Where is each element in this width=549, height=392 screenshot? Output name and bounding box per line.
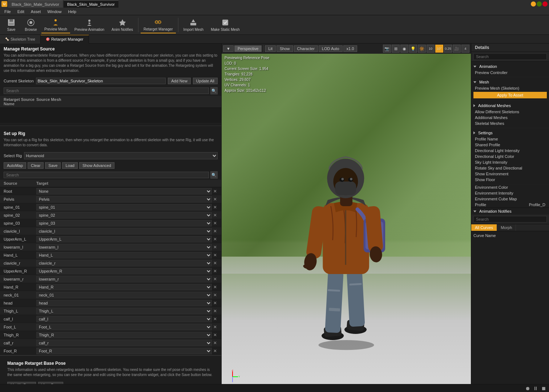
anim-notifies-header[interactable]: Animation Notifies [471, 208, 549, 215]
row-target-select-12[interactable]: Hand_R [36, 284, 212, 290]
show-advanced-btn[interactable]: Show Advanced [79, 162, 114, 169]
row-remove-btn-4[interactable]: ✕ [213, 221, 218, 225]
current-skeleton-input[interactable] [36, 78, 166, 84]
tab-skeleton-tree[interactable]: 🦴 Skeleton Tree [0, 35, 41, 44]
row-target-select-9[interactable]: clavicle_r [36, 260, 212, 266]
row-remove-btn-18[interactable]: ✕ [213, 333, 218, 337]
automap-btn[interactable]: AutoMap [4, 162, 26, 169]
row-target-select-14[interactable]: head [36, 300, 212, 306]
row-target-select-16[interactable]: calf_l [36, 316, 212, 322]
row-target-select-1[interactable]: Pelvis [36, 196, 212, 203]
vp-num10[interactable]: 10 [427, 45, 435, 53]
row-target-select-10[interactable]: UpperArm_R [36, 268, 212, 274]
animation-header[interactable]: Animation [471, 63, 549, 70]
mesh-header[interactable]: Mesh [471, 79, 549, 85]
row-remove-btn-0[interactable]: ✕ [213, 189, 218, 193]
row-remove-btn-19[interactable]: ✕ [213, 341, 218, 345]
toolbar-make-static[interactable]: Make Static Mesh [208, 17, 242, 33]
clear-btn[interactable]: Clear [28, 162, 44, 169]
vp-show-btn[interactable]: Show [276, 45, 293, 52]
apply-to-asset-btn[interactable]: Apply To Asset [473, 92, 547, 98]
row-target-select-18[interactable]: Thigh_R [36, 332, 212, 338]
vp-character-btn[interactable]: Character [294, 45, 318, 52]
rig-save-btn[interactable]: Save [45, 162, 61, 169]
row-remove-btn-1[interactable]: ✕ [213, 197, 218, 201]
update-all-btn[interactable]: Update All [193, 78, 218, 84]
vp-camera2-icon[interactable]: 🎥 [453, 45, 461, 53]
vp-perspective-btn[interactable]: Perspective [234, 45, 262, 52]
viewport[interactable]: ▼ Perspective Lit Show Character LOD Aut… [222, 44, 471, 392]
toolbar-anim-notifies[interactable]: Anim Notifies [109, 17, 136, 33]
vp-scale-btn[interactable]: x1.0 [343, 45, 358, 52]
bone-search-btn[interactable]: 🔍 [210, 171, 218, 179]
record-btn[interactable]: ⏺ [525, 385, 530, 391]
toolbar-import-mesh[interactable]: Import Mesh [181, 17, 207, 33]
row-remove-btn-12[interactable]: ✕ [213, 285, 218, 289]
vp-lit-btn[interactable]: Lit [265, 45, 276, 52]
rig-select[interactable]: Humanoid [24, 152, 218, 159]
menu-asset[interactable]: Asset [28, 9, 44, 14]
retarget-search-btn[interactable]: 🔍 [210, 87, 218, 94]
row-remove-btn-3[interactable]: ✕ [213, 213, 218, 217]
row-target-select-17[interactable]: Foot_L [36, 324, 212, 330]
vp-dropdown-btn[interactable]: ▼ [223, 45, 234, 52]
minimize-btn[interactable] [531, 1, 536, 7]
row-target-select-13[interactable]: neck_01 [36, 292, 212, 298]
toolbar-preview-mesh[interactable]: Preview Mesh [41, 16, 70, 33]
row-remove-btn-17[interactable]: ✕ [213, 325, 218, 329]
vp-angle[interactable]: 10° [435, 45, 443, 53]
row-remove-btn-13[interactable]: ✕ [213, 293, 218, 297]
menu-help[interactable]: Help [65, 9, 79, 14]
row-target-select-5[interactable]: clavicle_l [36, 228, 212, 234]
pause-btn[interactable]: ⏸ [533, 385, 538, 391]
vp-lod-btn[interactable]: LOD Auto [319, 45, 343, 52]
vp-scale-icon[interactable]: 0.25 [444, 45, 452, 53]
row-target-select-11[interactable]: lowerarm_r [36, 276, 212, 282]
row-target-select-4[interactable]: spine_03 [36, 220, 212, 226]
row-target-select-6[interactable]: UpperArm_L [36, 236, 212, 242]
row-target-select-0[interactable]: None [36, 188, 212, 195]
row-remove-btn-16[interactable]: ✕ [213, 317, 218, 321]
row-target-select-19[interactable]: calf_r [36, 340, 212, 346]
right-search-input[interactable] [473, 53, 547, 60]
row-remove-btn-5[interactable]: ✕ [213, 229, 218, 233]
title-tab-2[interactable]: Black_Skin_Male_Survivor [64, 0, 118, 8]
row-remove-btn-6[interactable]: ✕ [213, 237, 218, 241]
vp-light2-icon[interactable]: 🔆 [418, 45, 426, 53]
additional-meshes-header[interactable]: Additional Meshes [471, 102, 549, 109]
maximize-btn[interactable] [537, 1, 542, 7]
toolbar-retarget-manager[interactable]: Retarget Manager [141, 16, 176, 33]
vp-light1-icon[interactable]: 💡 [409, 45, 417, 53]
menu-file[interactable]: File [1, 9, 14, 14]
rig-load-btn[interactable]: Load [62, 162, 77, 169]
row-target-select-15[interactable]: Thigh_L [36, 308, 212, 314]
row-target-select-8[interactable]: Hand_L [36, 252, 212, 258]
row-remove-btn-11[interactable]: ✕ [213, 277, 218, 281]
tab-retarget-manager[interactable]: 🎯 Retarget Manager [41, 35, 89, 44]
row-remove-btn-7[interactable]: ✕ [213, 245, 218, 249]
tab-all-curves[interactable]: All Curves [471, 224, 497, 231]
row-target-select-7[interactable]: lowerarm_l [36, 244, 212, 250]
stop-btn[interactable]: ⏹ [541, 385, 546, 391]
vp-grid-icon[interactable]: ⊞ [392, 45, 400, 53]
row-target-select-20[interactable]: Foot_R [36, 348, 212, 354]
vp-camera-icon[interactable]: 📷 [383, 45, 391, 53]
menu-window[interactable]: Window [44, 9, 64, 14]
row-remove-btn-15[interactable]: ✕ [213, 309, 218, 313]
menu-edit[interactable]: Edit [15, 9, 27, 14]
vp-num4[interactable]: 4 [461, 45, 469, 53]
row-target-select-3[interactable]: spine_02 [36, 212, 212, 219]
row-remove-btn-2[interactable]: ✕ [213, 205, 218, 209]
row-target-select-2[interactable]: spine_01 [36, 204, 212, 211]
vp-sphere-icon[interactable]: ◉ [400, 45, 408, 53]
row-remove-btn-10[interactable]: ✕ [213, 269, 218, 273]
tab-morph[interactable]: Morph [497, 224, 516, 231]
title-tab-1[interactable]: Black_Skin_Male_Survivor [8, 0, 63, 8]
retarget-search-input[interactable] [4, 87, 209, 94]
bone-search-input[interactable] [4, 172, 209, 178]
row-remove-btn-8[interactable]: ✕ [213, 253, 218, 257]
close-btn[interactable] [542, 1, 548, 7]
row-remove-btn-14[interactable]: ✕ [213, 301, 218, 305]
toolbar-browse[interactable]: Browse [22, 17, 40, 33]
settings-header[interactable]: Settings [471, 130, 549, 136]
